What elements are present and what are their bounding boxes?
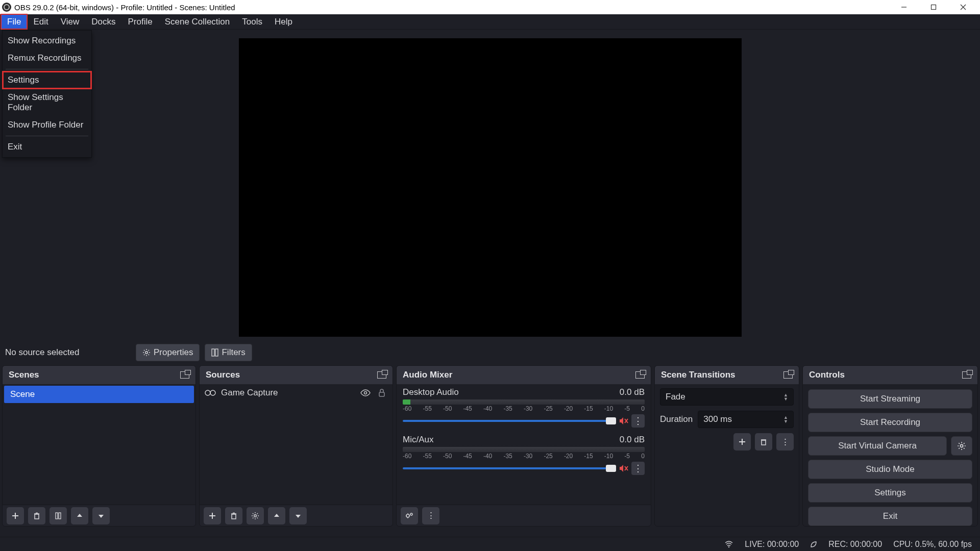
menu-file[interactable]: File: [1, 14, 27, 29]
source-info-bar: No source selected Properties Filters: [0, 340, 980, 365]
properties-button[interactable]: Properties: [136, 344, 200, 361]
popout-icon[interactable]: [377, 371, 386, 379]
popout-icon[interactable]: [635, 371, 645, 379]
add-scene-button[interactable]: [7, 507, 24, 524]
leaf-icon: [810, 541, 817, 548]
scene-item[interactable]: Scene: [4, 386, 194, 403]
transition-select[interactable]: Fade ▲▼: [660, 388, 794, 406]
window-title: OBS 29.0.2 (64-bit, windows) - Profile: …: [14, 3, 235, 12]
file-menu-dropdown: Show Recordings Remux Recordings Setting…: [2, 30, 92, 158]
file-menu-show-recordings[interactable]: Show Recordings: [3, 32, 91, 49]
add-transition-button[interactable]: [733, 433, 751, 450]
sources-header: Sources: [200, 366, 393, 384]
svg-rect-13: [59, 513, 61, 519]
virtual-camera-settings-button[interactable]: [951, 436, 972, 456]
advanced-audio-button[interactable]: [401, 507, 418, 524]
file-menu-show-profile-folder[interactable]: Show Profile Folder: [3, 116, 91, 134]
window-minimize-button[interactable]: [889, 0, 919, 14]
slider-thumb[interactable]: [606, 417, 616, 424]
preview-area: [0, 30, 980, 340]
scenes-list[interactable]: Scene: [3, 384, 195, 505]
transitions-panel: Scene Transitions Fade ▲▼ Duration 300 m…: [654, 365, 799, 527]
track-name: Desktop Audio: [403, 387, 459, 397]
add-source-button[interactable]: [204, 507, 221, 524]
file-menu-settings[interactable]: Settings: [3, 71, 91, 89]
source-label: Game Capture: [221, 388, 278, 398]
mixer-menu-button[interactable]: ⋮: [422, 507, 439, 524]
settings-button[interactable]: Settings: [808, 483, 972, 503]
track-level: 0.0 dB: [620, 435, 645, 445]
svg-point-35: [960, 444, 963, 447]
transition-options-button[interactable]: ⋮: [776, 433, 794, 450]
remove-scene-button[interactable]: [28, 507, 45, 524]
scenes-toolbar: [3, 505, 195, 526]
live-status: LIVE: 00:00:00: [745, 540, 799, 549]
exit-button[interactable]: Exit: [808, 507, 972, 526]
rec-status: REC: 00:00:00: [828, 540, 882, 549]
popout-icon[interactable]: [962, 371, 971, 379]
transition-value: Fade: [666, 392, 685, 402]
preview-canvas[interactable]: [239, 38, 742, 337]
mute-button-icon[interactable]: [619, 464, 628, 472]
meter-ticks: -60-55-50-45-40-35-30-25-20-15-10-50: [403, 405, 645, 412]
move-scene-down-button[interactable]: [92, 507, 110, 524]
file-menu-remux-recordings[interactable]: Remux Recordings: [3, 49, 91, 67]
transitions-header: Scene Transitions: [655, 366, 799, 384]
network-icon: [724, 541, 733, 548]
lock-toggle-icon[interactable]: [376, 387, 387, 398]
track-options-button[interactable]: ⋮: [631, 414, 645, 428]
transitions-title: Scene Transitions: [661, 370, 736, 380]
svg-rect-12: [56, 513, 58, 519]
remove-transition-button[interactable]: [755, 433, 772, 450]
mixer-header: Audio Mixer: [397, 366, 651, 384]
transitions-body: Fade ▲▼ Duration 300 ms ▲▼ ⋮: [655, 384, 799, 526]
mute-button-icon[interactable]: [619, 417, 628, 425]
popout-icon[interactable]: [783, 371, 793, 379]
studio-mode-button[interactable]: Studio Mode: [808, 460, 972, 479]
menu-profile[interactable]: Profile: [121, 14, 158, 29]
file-menu-show-settings-folder[interactable]: Show Settings Folder: [3, 89, 91, 116]
volume-slider[interactable]: [403, 420, 616, 422]
mixer-toolbar: ⋮: [397, 505, 651, 526]
source-properties-button[interactable]: [247, 507, 264, 524]
spinner-arrows-icon: ▲▼: [783, 415, 788, 423]
menu-edit[interactable]: Edit: [27, 14, 54, 29]
menu-scene-collection[interactable]: Scene Collection: [159, 14, 236, 29]
file-menu-exit[interactable]: Exit: [3, 138, 91, 156]
menubar: File Edit View Docks Profile Scene Colle…: [0, 14, 980, 30]
sources-panel: Sources Game Capture: [199, 365, 393, 527]
move-source-up-button[interactable]: [268, 507, 285, 524]
menu-tools[interactable]: Tools: [236, 14, 268, 29]
start-streaming-button[interactable]: Start Streaming: [808, 389, 972, 409]
start-recording-button[interactable]: Start Recording: [808, 413, 972, 432]
no-source-label: No source selected: [5, 347, 80, 358]
meter-ticks: -60-55-50-45-40-35-30-25-20-15-10-50: [403, 453, 645, 460]
duration-spinner[interactable]: 300 ms ▲▼: [698, 411, 794, 428]
move-source-down-button[interactable]: [289, 507, 307, 524]
window-maximize-button[interactable]: [919, 0, 948, 14]
visibility-toggle-icon[interactable]: [360, 387, 371, 398]
popout-icon[interactable]: [180, 371, 189, 379]
window-close-button[interactable]: [948, 0, 978, 14]
source-item[interactable]: Game Capture: [200, 384, 393, 402]
start-virtual-camera-button[interactable]: Start Virtual Camera: [808, 436, 947, 456]
select-chevrons-icon: ▲▼: [783, 393, 788, 401]
menu-help[interactable]: Help: [268, 14, 299, 29]
move-scene-up-button[interactable]: [71, 507, 88, 524]
sources-toolbar: [200, 505, 393, 526]
scene-filters-button[interactable]: [50, 507, 67, 524]
track-options-button[interactable]: ⋮: [631, 462, 645, 475]
menu-docks[interactable]: Docks: [85, 14, 121, 29]
app-logo-icon: [2, 3, 11, 12]
controls-title: Controls: [809, 370, 845, 380]
volume-slider[interactable]: [403, 467, 616, 469]
scenes-header: Scenes: [3, 366, 195, 384]
menu-view[interactable]: View: [55, 14, 86, 29]
filters-icon: [211, 348, 218, 357]
slider-thumb[interactable]: [606, 465, 616, 472]
mixer-track-mic: Mic/Aux 0.0 dB -60-55-50-45-40-35-30-25-…: [397, 432, 651, 476]
remove-source-button[interactable]: [225, 507, 242, 524]
filters-button[interactable]: Filters: [205, 344, 252, 361]
properties-label: Properties: [154, 347, 193, 358]
sources-list[interactable]: Game Capture: [200, 384, 393, 505]
